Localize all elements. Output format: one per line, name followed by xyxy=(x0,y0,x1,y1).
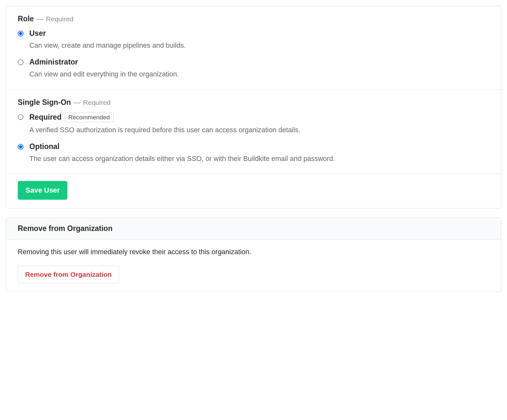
role-user-radio[interactable] xyxy=(18,31,24,36)
role-section: Role — Required User Can view, create an… xyxy=(6,6,501,90)
sso-required-title: Required xyxy=(29,113,62,122)
role-heading-label: Role xyxy=(18,15,34,23)
sso-optional-content: Optional The user can access organizatio… xyxy=(29,142,489,164)
remove-card-title: Remove from Organization xyxy=(18,224,489,233)
role-heading-required: Required xyxy=(46,15,74,23)
role-user-title-row: User xyxy=(29,29,489,38)
sso-heading: Single Sign-On — Required xyxy=(18,98,489,107)
role-admin-title: Administrator xyxy=(29,58,78,66)
sso-section: Single Sign-On — Required Required Recom… xyxy=(6,90,501,174)
role-user-radio-wrap xyxy=(18,29,29,38)
sso-optional-desc: The user can access organization details… xyxy=(29,154,489,164)
role-user-desc: Can view, create and manage pipelines an… xyxy=(29,40,489,51)
role-admin-desc: Can view and edit everything in the orga… xyxy=(29,69,489,79)
role-admin-radio-wrap xyxy=(18,58,29,67)
sso-optional-radio-wrap xyxy=(18,142,29,151)
sso-required-desc: A verified SSO authorization is required… xyxy=(29,125,489,135)
recommended-badge: Recommended xyxy=(65,113,114,122)
role-option-user[interactable]: User Can view, create and manage pipelin… xyxy=(18,29,489,51)
sso-optional-title-row: Optional xyxy=(29,142,489,151)
sso-optional-radio[interactable] xyxy=(18,144,24,150)
role-user-title: User xyxy=(29,29,46,38)
sso-optional-title: Optional xyxy=(29,142,59,151)
user-settings-card: Role — Required User Can view, create an… xyxy=(6,6,501,208)
sso-heading-required: Required xyxy=(83,99,111,106)
role-heading: Role — Required xyxy=(18,15,489,23)
role-admin-radio[interactable] xyxy=(18,59,24,65)
sso-required-content: Required Recommended A verified SSO auth… xyxy=(29,113,489,135)
remove-card-text: Removing this user will immediately revo… xyxy=(18,248,489,256)
remove-from-organization-button[interactable]: Remove from Organization xyxy=(18,266,119,283)
save-section: Save User xyxy=(6,174,501,208)
role-admin-content: Administrator Can view and edit everythi… xyxy=(29,58,489,79)
save-user-button[interactable]: Save User xyxy=(18,181,67,200)
role-heading-separator: — xyxy=(36,15,44,23)
role-user-content: User Can view, create and manage pipelin… xyxy=(29,29,489,51)
remove-card-header: Remove from Organization xyxy=(6,218,501,240)
sso-option-optional[interactable]: Optional The user can access organizatio… xyxy=(18,142,489,164)
sso-required-radio[interactable] xyxy=(18,114,24,120)
sso-option-required[interactable]: Required Recommended A verified SSO auth… xyxy=(18,113,489,135)
remove-organization-card: Remove from Organization Removing this u… xyxy=(6,217,501,292)
remove-card-body: Removing this user will immediately revo… xyxy=(6,240,501,292)
sso-required-title-row: Required Recommended xyxy=(29,113,489,122)
role-admin-title-row: Administrator xyxy=(29,58,489,66)
sso-heading-label: Single Sign-On xyxy=(18,98,71,106)
role-option-administrator[interactable]: Administrator Can view and edit everythi… xyxy=(18,58,489,79)
sso-heading-separator: — xyxy=(73,98,81,106)
sso-required-radio-wrap xyxy=(18,113,29,122)
